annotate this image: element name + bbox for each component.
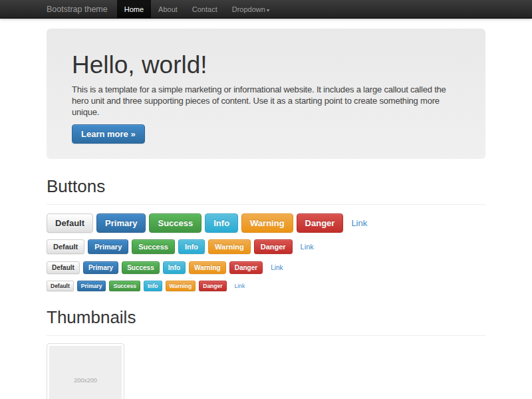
main-container: Hello, world! This is a template for a s… xyxy=(47,29,485,399)
button-primary-xs[interactable]: Primary xyxy=(77,281,106,291)
hero-unit: Hello, world! This is a template for a s… xyxy=(47,29,485,159)
button-row-small: Default Primary Success Info Warning Dan… xyxy=(47,261,485,274)
navbar-menu: Home About Contact Dropdown▾ xyxy=(117,0,277,18)
button-warning-xs[interactable]: Warning xyxy=(166,281,196,291)
placeholder-label: 200x200 xyxy=(74,377,97,384)
nav-item-contact[interactable]: Contact xyxy=(185,0,225,18)
hero-description: This is a template for a simple marketin… xyxy=(72,84,460,118)
caret-down-icon: ▾ xyxy=(267,7,269,13)
placeholder-image: 200x200 xyxy=(49,346,122,399)
nav-item-about[interactable]: About xyxy=(151,0,185,18)
button-row-extra-small: Default Primary Success Info Warning Dan… xyxy=(47,281,485,291)
button-danger-small[interactable]: Danger xyxy=(229,261,263,274)
button-default-medium[interactable]: Default xyxy=(47,239,84,254)
button-success-small[interactable]: Success xyxy=(122,261,160,274)
link-button-small[interactable]: Link xyxy=(271,264,283,271)
thumbnail[interactable]: 200x200 xyxy=(47,343,124,399)
hero-title: Hello, world! xyxy=(72,53,460,77)
button-primary-medium[interactable]: Primary xyxy=(88,239,128,254)
button-row-large: Default Primary Success Info Warning Dan… xyxy=(47,213,485,233)
nav-item-dropdown[interactable]: Dropdown▾ xyxy=(225,0,277,18)
button-default-small[interactable]: Default xyxy=(47,261,80,274)
nav-item-home[interactable]: Home xyxy=(117,0,151,18)
button-danger-medium[interactable]: Danger xyxy=(254,239,293,254)
button-primary-large[interactable]: Primary xyxy=(96,213,146,233)
navbar: Bootstrap theme Home About Contact Dropd… xyxy=(0,0,532,19)
button-default-large[interactable]: Default xyxy=(47,213,93,233)
link-button-large[interactable]: Link xyxy=(351,218,367,228)
button-danger-xs[interactable]: Danger xyxy=(199,281,226,291)
learn-more-button[interactable]: Learn more » xyxy=(72,124,145,144)
button-info-small[interactable]: Info xyxy=(163,261,186,274)
link-button-medium[interactable]: Link xyxy=(301,243,314,251)
button-info-large[interactable]: Info xyxy=(205,213,238,233)
button-info-medium[interactable]: Info xyxy=(178,239,205,254)
navbar-container: Bootstrap theme Home About Contact Dropd… xyxy=(47,0,485,18)
button-danger-large[interactable]: Danger xyxy=(297,213,344,233)
button-success-xs[interactable]: Success xyxy=(109,281,140,291)
thumbnails-section-title: Thumbnails xyxy=(47,307,485,336)
link-button-xs[interactable]: Link xyxy=(235,283,245,289)
nav-item-dropdown-label: Dropdown xyxy=(232,5,265,13)
button-row-default: Default Primary Success Info Warning Dan… xyxy=(47,239,485,254)
button-success-medium[interactable]: Success xyxy=(132,239,175,254)
navbar-brand[interactable]: Bootstrap theme xyxy=(47,0,117,18)
button-default-xs[interactable]: Default xyxy=(47,281,74,291)
button-warning-large[interactable]: Warning xyxy=(241,213,293,233)
buttons-section-title: Buttons xyxy=(47,176,485,205)
button-warning-medium[interactable]: Warning xyxy=(208,239,251,254)
button-success-large[interactable]: Success xyxy=(149,213,201,233)
button-warning-small[interactable]: Warning xyxy=(189,261,226,274)
button-primary-small[interactable]: Primary xyxy=(83,261,118,274)
button-info-xs[interactable]: Info xyxy=(144,281,162,291)
